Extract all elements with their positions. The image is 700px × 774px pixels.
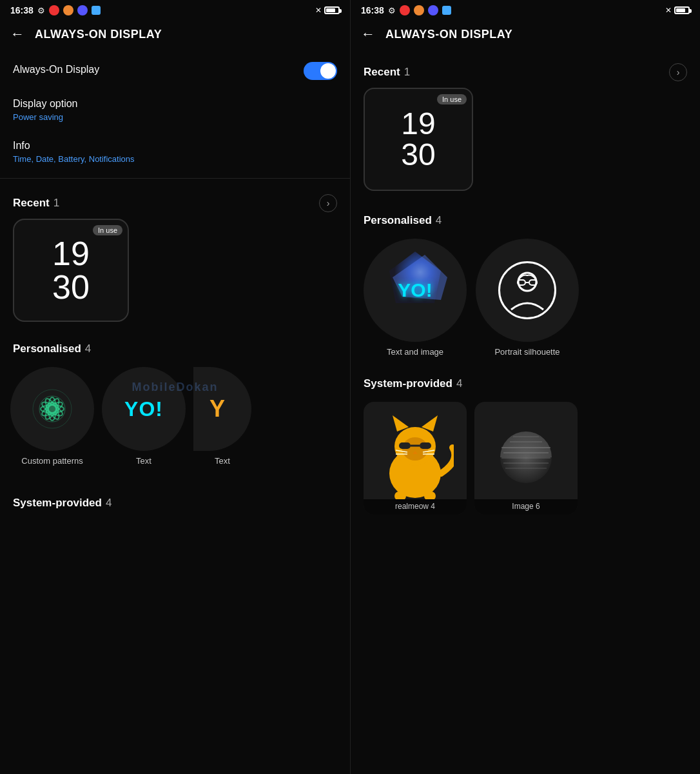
x-icon-right: ✕ [665,6,672,15]
system-count-right: 4 [456,377,462,390]
yo-right-label: YO! [398,279,432,301]
system-title-row-right: System-provided 4 [364,377,462,390]
clock-minutes-left: 30 [52,270,90,304]
status-right-right: ✕ [665,6,690,15]
svg-rect-30 [394,491,406,499]
svg-text:Y: Y [209,395,225,422]
clock-hours-left: 19 [52,237,90,270]
system-label-left: System-provided [13,497,102,510]
system-provided-section-left: System-provided 4 [0,486,350,516]
clock-time-left: 19 30 [52,237,90,304]
aod-circle-text-image[interactable]: YO! [364,239,467,342]
display-option-sub: Power saving [13,112,337,122]
recent-chevron-left[interactable]: › [319,194,337,212]
cat-figure [364,409,467,499]
gear-icon: ⚙ [37,6,45,15]
clock-hours-right: 19 [401,108,435,139]
system-title-row-left: System-provided 4 [13,497,112,510]
page-title-right: ALWAYS-ON DISPLAY [385,28,512,41]
portrait-svg [505,268,550,313]
aod-item-custom-patterns: Custom patterns [10,367,94,466]
info-label: Info [13,140,337,152]
portrait-silhouette-icon [498,261,556,319]
back-button-left[interactable]: ← [10,26,24,43]
image-visual-svg [487,412,565,490]
battery-icon-left [324,6,340,14]
recent-count-left: 1 [53,197,59,210]
personalised-count-right: 4 [436,214,442,227]
svg-rect-31 [424,491,436,499]
image-card-visual [474,402,578,499]
info-item[interactable]: Info Time, Date, Battery, Notifications [0,131,350,173]
aod-label-text-image: Text and image [387,347,443,357]
app-icon-teal [92,6,101,15]
sys-card-image[interactable]: Image 6 [474,402,578,515]
personalised-label-right: Personalised [364,214,432,227]
recent-chevron-right[interactable]: › [669,63,687,81]
always-on-toggle[interactable] [304,62,337,80]
in-use-badge-left: In use [93,225,122,235]
personalised-grid-right: YO! Text and image [351,233,700,357]
battery-icon-right [674,6,690,14]
status-left: 16:38 ⚙ [10,5,101,15]
in-use-badge-right: In use [437,94,467,104]
status-bar-right: 16:38 ⚙ ✕ [351,0,700,18]
status-left-right: 16:38 ⚙ [361,5,451,15]
sys-card-realmeow[interactable]: realmeow 4 [364,402,467,515]
aod-circle-text-yo[interactable]: YO! [102,367,186,451]
system-grid-right: realmeow 4 [351,397,700,515]
info-sub: Time, Date, Battery, Notifications [13,154,337,164]
recent-label-right: Recent [364,66,400,79]
flower-svg [26,383,78,435]
clock-card-left[interactable]: In use 19 30 [13,219,129,322]
chevron-right-icon-right: › [677,67,680,77]
status-time-left: 16:38 [10,5,34,15]
app-icon-red [49,5,59,15]
status-bar-left: 16:38 ⚙ ✕ [0,0,350,18]
personalised-title-row-right: Personalised 4 [364,214,442,227]
personalised-section-header-left: Personalised 4 [0,332,350,362]
sys-card-image-label: Image 6 [474,499,578,515]
recent-title-row-right: Recent 1 [364,66,410,79]
clock-card-right[interactable]: In use 19 30 [364,88,473,191]
aod-item-text-yo: YO! Text [102,367,186,466]
aod-circle-custom-patterns[interactable] [10,367,94,451]
recent-section-header-right: Recent 1 › [351,53,700,88]
always-on-toggle-row: Always-On Display [0,53,350,89]
yo-text-display: YO! [124,397,163,421]
right-panel: 16:38 ⚙ ✕ ← ALWAYS-ON DISPLAY Recent 1 ›… [350,0,700,774]
app-icon-blue [77,5,88,15]
status-time-right: 16:38 [361,5,384,15]
aod-circle-portrait[interactable] [476,239,579,342]
personalised-title-row-left: Personalised 4 [13,342,91,355]
gear-icon-right: ⚙ [388,6,396,15]
recent-section-header-left: Recent 1 › [0,184,350,219]
personalised-count-left: 4 [85,342,91,355]
partial-yo-svg: Y [206,390,238,428]
personalised-label-left: Personalised [13,342,81,355]
recent-label-left: Recent [13,197,50,210]
system-label-right: System-provided [364,377,452,390]
display-option-item[interactable]: Display option Power saving [0,89,350,131]
aod-item-portrait: Portrait silhouette [476,239,579,357]
clock-minutes-right: 30 [401,139,435,170]
toggle-knob [320,63,336,79]
chevron-right-icon-left: › [327,198,330,208]
aod-item-text-image: YO! Text and image [364,239,467,357]
always-on-label: Always-On Display [13,64,99,75]
page-header-right: ← ALWAYS-ON DISPLAY [351,18,700,53]
back-button-right[interactable]: ← [361,26,375,43]
system-provided-section-right: System-provided 4 [351,367,700,397]
app-icon-blue-right [428,5,438,15]
system-count-left: 4 [106,497,112,510]
svg-rect-22 [399,442,411,449]
recent-title-row: Recent 1 [13,197,59,210]
page-title-left: ALWAYS-ON DISPLAY [35,28,162,41]
sys-card-realmeow-label: realmeow 4 [364,499,467,515]
personalised-grid-left: Custom patterns YO! Text Y Text [0,362,350,466]
aod-label-text-partial: Text [215,456,230,466]
clock-card-wrap-right: In use 19 30 [351,88,700,204]
recent-count-right: 1 [404,66,410,79]
aod-circle-partial[interactable]: Y [193,367,251,451]
app-icon-orange [63,5,73,15]
